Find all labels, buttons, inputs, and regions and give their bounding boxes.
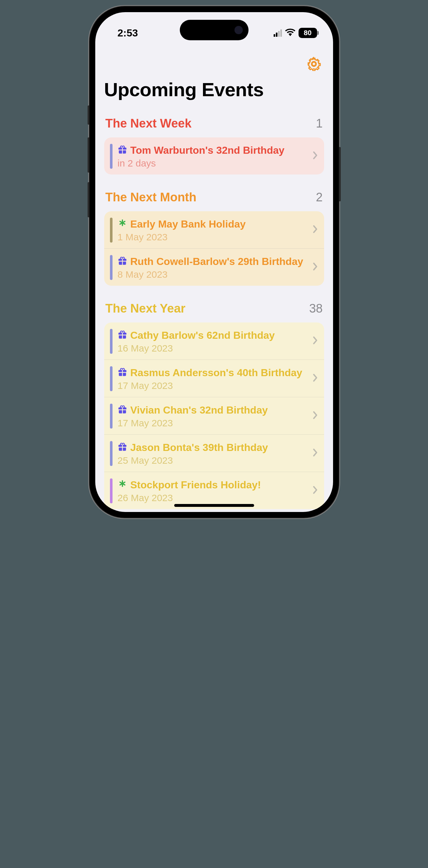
event-subtitle: in 2 days: [118, 158, 306, 169]
event-body: Early May Bank Holiday1 May 2023: [118, 218, 318, 243]
gift-icon: [118, 256, 127, 269]
battery-icon: 80: [299, 28, 317, 38]
event-row[interactable]: Tom Warburton's 32nd Birthdayin 2 days: [104, 137, 324, 175]
volume-up-button: [88, 137, 90, 173]
chevron-right-icon: [313, 336, 318, 346]
gift-icon: [118, 330, 127, 342]
event-row[interactable]: Cathy Barlow's 62nd Birthday16 May 2023: [104, 322, 324, 360]
event-stripe: [110, 404, 113, 429]
event-title: Tom Warburton's 32nd Birthday: [130, 144, 306, 157]
chevron-right-icon: [313, 374, 318, 383]
event-row[interactable]: Jason Bonta's 39th Birthday25 May 2023: [104, 434, 324, 472]
gift-icon: [118, 145, 127, 157]
event-title: Stockport Friends Holiday!: [130, 478, 306, 491]
section-month: The Next Month2Early May Bank Holiday1 M…: [104, 190, 324, 286]
status-right: 80: [274, 28, 317, 38]
event-title: Jason Bonta's 39th Birthday: [130, 441, 306, 454]
section-year: The Next Year38Cathy Barlow's 62nd Birth…: [104, 302, 324, 509]
event-subtitle: 26 May 2023: [118, 493, 306, 503]
section-title: The Next Week: [105, 117, 192, 130]
section-week: The Next Week1Tom Warburton's 32nd Birth…: [104, 117, 324, 175]
power-button: [339, 147, 341, 202]
chevron-right-icon: [313, 448, 318, 458]
event-subtitle: 17 May 2023: [118, 418, 306, 429]
event-title-line: Tom Warburton's 32nd Birthday: [118, 144, 306, 157]
event-stripe: [110, 366, 113, 391]
dynamic-island: [180, 20, 248, 40]
settings-button[interactable]: [307, 57, 321, 72]
asterisk-icon: [118, 479, 127, 492]
page-title: Upcoming Events: [104, 79, 324, 101]
event-group: Cathy Barlow's 62nd Birthday16 May 2023R…: [104, 322, 324, 509]
event-title-line: Rasmus Andersson's 40th Birthday: [118, 366, 306, 380]
header-row: [104, 44, 324, 79]
event-subtitle: 8 May 2023: [118, 269, 306, 280]
event-body: Rasmus Andersson's 40th Birthday17 May 2…: [118, 366, 318, 391]
event-row[interactable]: Vivian Chan's 32nd Birthday17 May 2023: [104, 397, 324, 434]
section-count: 38: [309, 302, 323, 315]
event-body: Cathy Barlow's 62nd Birthday16 May 2023: [118, 329, 318, 354]
section-count: 1: [316, 117, 323, 130]
wifi-icon: [285, 28, 295, 37]
chevron-right-icon: [313, 151, 318, 161]
event-title-line: Cathy Barlow's 62nd Birthday: [118, 329, 306, 342]
event-row[interactable]: Ruth Cowell-Barlow's 29th Birthday8 May …: [104, 248, 324, 286]
event-title-line: Vivian Chan's 32nd Birthday: [118, 404, 306, 417]
event-subtitle: 1 May 2023: [118, 232, 306, 243]
event-title: Ruth Cowell-Barlow's 29th Birthday: [130, 255, 306, 268]
event-row[interactable]: Stockport Friends Holiday!26 May 2023: [104, 472, 324, 509]
side-button: [88, 105, 90, 125]
event-body: Ruth Cowell-Barlow's 29th Birthday8 May …: [118, 255, 318, 280]
event-body: Vivian Chan's 32nd Birthday17 May 2023: [118, 404, 318, 429]
event-subtitle: 17 May 2023: [118, 380, 306, 391]
event-stripe: [110, 441, 113, 466]
event-title-line: Stockport Friends Holiday!: [118, 478, 306, 492]
chevron-right-icon: [313, 225, 318, 235]
event-stripe: [110, 329, 113, 354]
event-subtitle: 25 May 2023: [118, 455, 306, 466]
event-title: Rasmus Andersson's 40th Birthday: [130, 366, 306, 379]
section-header: The Next Year38: [104, 302, 324, 315]
section-title: The Next Year: [105, 302, 186, 315]
cell-signal-icon: [274, 29, 282, 37]
chevron-right-icon: [313, 486, 318, 495]
phone-frame: 2:53 80: [90, 6, 339, 518]
asterisk-icon: [118, 218, 127, 231]
event-title: Early May Bank Holiday: [130, 218, 306, 230]
event-title-line: Early May Bank Holiday: [118, 218, 306, 231]
battery-level: 80: [304, 29, 311, 37]
section-title: The Next Month: [105, 190, 196, 204]
event-title: Cathy Barlow's 62nd Birthday: [130, 329, 306, 342]
event-title-line: Ruth Cowell-Barlow's 29th Birthday: [118, 255, 306, 269]
section-header: The Next Month2: [104, 190, 324, 204]
event-group: Tom Warburton's 32nd Birthdayin 2 days: [104, 137, 324, 175]
volume-down-button: [88, 182, 90, 217]
screen: 2:53 80: [95, 12, 333, 512]
event-body: Tom Warburton's 32nd Birthdayin 2 days: [118, 144, 318, 169]
event-body: Jason Bonta's 39th Birthday25 May 2023: [118, 441, 318, 466]
event-stripe: [110, 478, 113, 503]
content: Upcoming Events The Next Week1Tom Warbur…: [95, 44, 333, 512]
event-row[interactable]: Rasmus Andersson's 40th Birthday17 May 2…: [104, 360, 324, 397]
event-stripe: [110, 255, 113, 280]
chevron-right-icon: [313, 411, 318, 421]
event-stripe: [110, 144, 113, 169]
home-indicator[interactable]: [174, 504, 254, 507]
event-row[interactable]: Early May Bank Holiday1 May 2023: [104, 211, 324, 248]
event-body: Stockport Friends Holiday!26 May 2023: [118, 478, 318, 503]
gift-icon: [118, 404, 127, 417]
gift-icon: [118, 442, 127, 455]
event-stripe: [110, 218, 113, 243]
status-time: 2:53: [118, 27, 138, 39]
event-title-line: Jason Bonta's 39th Birthday: [118, 441, 306, 455]
event-title: Vivian Chan's 32nd Birthday: [130, 404, 306, 416]
gift-icon: [118, 367, 127, 380]
chevron-right-icon: [313, 262, 318, 272]
camera-icon: [234, 26, 243, 34]
event-group: Early May Bank Holiday1 May 2023Ruth Cow…: [104, 211, 324, 286]
event-subtitle: 16 May 2023: [118, 343, 306, 354]
section-count: 2: [316, 190, 323, 204]
section-header: The Next Week1: [104, 117, 324, 130]
